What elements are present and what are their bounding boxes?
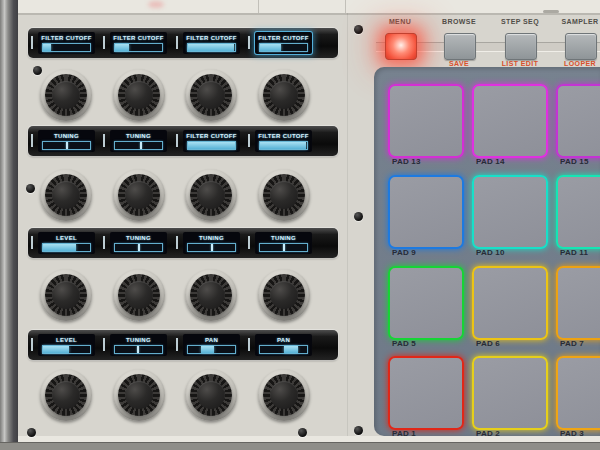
bar-fill	[260, 44, 281, 51]
display-tick-mark	[103, 236, 105, 249]
knob-knurl	[190, 74, 232, 116]
pad-7[interactable]	[556, 266, 600, 340]
display-tick-mark	[103, 134, 105, 147]
display-param-label: TUNING	[110, 337, 167, 343]
knob-cap	[197, 81, 225, 109]
pad-14[interactable]	[472, 84, 548, 158]
display-value-bar	[187, 43, 236, 52]
bar-segment	[201, 346, 214, 353]
display-tick-mark	[31, 338, 33, 351]
display-param-label: FILTER CUTOFF	[255, 35, 312, 41]
display-tick-mark	[31, 236, 33, 249]
display-value-bar	[187, 141, 236, 150]
display-r2c3: FILTER CUTOFF	[183, 130, 240, 152]
pad-13[interactable]	[388, 84, 464, 158]
bar-position-tick	[66, 142, 68, 149]
display-strip-row-1: FILTER CUTOFF FILTER CUTOFF FILTER CUTOF…	[28, 28, 338, 58]
knob-r4c2[interactable]	[113, 369, 165, 421]
pad-3-label: PAD 3	[560, 429, 584, 436]
display-tick-mark	[176, 36, 178, 49]
screw	[26, 184, 35, 193]
display-value-bar	[187, 243, 236, 252]
knob-cap	[197, 181, 225, 209]
browse-button[interactable]	[444, 33, 476, 60]
knob-knurl	[45, 174, 87, 216]
display-r3c1: LEVEL	[38, 232, 95, 254]
pad-10[interactable]	[472, 175, 548, 249]
display-strip-row-4: LEVEL TUNING PAN PAN	[28, 330, 338, 360]
display-r1c1: FILTER CUTOFF	[38, 32, 95, 54]
screw	[354, 212, 363, 221]
pad-13-label: PAD 13	[392, 157, 421, 166]
knob-r3c4[interactable]	[258, 269, 310, 321]
pad-11[interactable]	[556, 175, 600, 249]
menu-button[interactable]	[385, 33, 417, 60]
knob-r3c3[interactable]	[185, 269, 237, 321]
display-param-label: FILTER CUTOFF	[183, 35, 240, 41]
display-r3c3: TUNING	[183, 232, 240, 254]
screw	[354, 426, 363, 435]
pad-9[interactable]	[388, 175, 464, 249]
sampler-button[interactable]	[565, 33, 597, 60]
bar-position-tick	[283, 244, 285, 251]
knob-r2c2[interactable]	[113, 169, 165, 221]
knob-r1c1[interactable]	[40, 69, 92, 121]
knob-r4c3[interactable]	[185, 369, 237, 421]
display-tick-mark	[248, 36, 250, 49]
display-param-label: FILTER CUTOFF	[110, 35, 167, 41]
display-strip-row-3: LEVEL TUNING TUNING TUNING	[28, 228, 338, 258]
display-r2c1: TUNING	[38, 130, 95, 152]
panel-seam	[347, 13, 348, 436]
knob-knurl	[118, 74, 160, 116]
step-seq-button[interactable]	[505, 33, 537, 60]
bar-fill	[188, 142, 235, 149]
display-param-label: PAN	[183, 337, 240, 343]
knob-r3c2[interactable]	[113, 269, 165, 321]
display-r3c4: TUNING	[255, 232, 312, 254]
looper-shift-label: LOOPER	[545, 60, 600, 67]
chassis-bottom-edge	[0, 442, 600, 450]
knob-r4c4[interactable]	[258, 369, 310, 421]
pad-14-label: PAD 14	[476, 157, 505, 166]
display-r2c4: FILTER CUTOFF	[255, 130, 312, 152]
knob-r4c1[interactable]	[40, 369, 92, 421]
display-tick-mark	[248, 236, 250, 249]
knob-r1c4[interactable]	[258, 69, 310, 121]
pad-1[interactable]	[388, 356, 464, 430]
display-r4c4: PAN	[255, 334, 312, 356]
knob-r3c1[interactable]	[40, 269, 92, 321]
display-r4c1: LEVEL	[38, 334, 95, 356]
pad-2[interactable]	[472, 356, 548, 430]
pad-7-label: PAD 7	[560, 339, 584, 348]
pad-5[interactable]	[388, 266, 464, 340]
browse-button-label: BROWSE	[424, 18, 494, 25]
knob-cap	[52, 281, 80, 309]
knob-r1c2[interactable]	[113, 69, 165, 121]
pad-9-label: PAD 9	[392, 248, 416, 257]
bar-fill	[115, 44, 129, 51]
pad-5-label: PAD 5	[392, 339, 416, 348]
knob-knurl	[190, 174, 232, 216]
knob-knurl	[190, 374, 232, 416]
display-r2c2: TUNING	[110, 130, 167, 152]
display-value-bar	[42, 345, 91, 354]
controller-panel: FILTER CUTOFF FILTER CUTOFF FILTER CUTOF…	[0, 0, 600, 450]
bar-fill	[188, 44, 234, 51]
pad-6[interactable]	[472, 266, 548, 340]
knob-r2c4[interactable]	[258, 169, 310, 221]
knob-r2c3[interactable]	[185, 169, 237, 221]
knob-knurl	[118, 174, 160, 216]
panel-notch	[543, 10, 559, 13]
pad-3[interactable]	[556, 356, 600, 430]
panel-seam	[258, 0, 259, 13]
bar-position-tick	[211, 244, 213, 251]
display-param-label: TUNING	[110, 133, 167, 139]
knob-r2c1[interactable]	[40, 169, 92, 221]
knob-r1c3[interactable]	[185, 69, 237, 121]
display-value-bar	[114, 141, 163, 150]
display-value-bar	[259, 141, 308, 150]
display-tick-mark	[176, 338, 178, 351]
pad-15[interactable]	[556, 84, 600, 158]
knob-cap	[52, 81, 80, 109]
knob-cap	[52, 181, 80, 209]
